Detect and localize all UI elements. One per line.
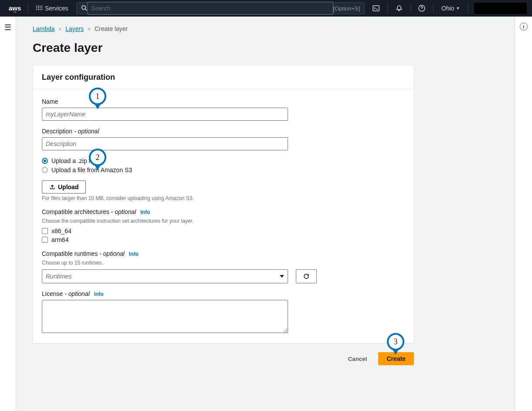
- breadcrumb-layers[interactable]: Layers: [65, 25, 84, 32]
- arch-label: Compatible architectures - optional Info: [42, 208, 405, 215]
- arch-info-link[interactable]: Info: [140, 209, 150, 215]
- name-input[interactable]: [42, 108, 288, 121]
- arch-hint: Choose the compatible instruction set ar…: [42, 218, 405, 224]
- region-selector[interactable]: Ohio ▼: [437, 5, 464, 12]
- radio-icon: [42, 167, 48, 173]
- annotation-bubble-1: 1: [89, 88, 106, 105]
- chevron-right-icon: ›: [88, 25, 90, 32]
- breadcrumb-lambda[interactable]: Lambda: [33, 25, 55, 32]
- svg-rect-2: [373, 6, 379, 11]
- annotation-bubble-2: 2: [89, 149, 106, 166]
- breadcrumb-current: Create layer: [95, 25, 128, 32]
- checkbox-icon: [42, 228, 48, 234]
- runtimes-select[interactable]: Runtimes: [42, 269, 288, 283]
- search-icon: [81, 5, 87, 12]
- layer-config-panel: 1 2 Layer configuration Name Descriptio: [33, 65, 414, 343]
- grid-icon: [35, 5, 42, 12]
- upload-hint: For files larger than 10 MB, consider up…: [42, 195, 405, 201]
- upload-label: Upload: [58, 183, 78, 190]
- annotation-bubble-3: 3: [387, 333, 404, 350]
- divider: [410, 3, 411, 13]
- region-label: Ohio: [441, 5, 454, 12]
- x86-label: x86_64: [51, 228, 71, 234]
- search-input[interactable]: [87, 2, 333, 15]
- checkbox-arm64[interactable]: arm64: [42, 236, 405, 243]
- side-nav-collapsed: ☰: [0, 17, 16, 411]
- divider: [387, 3, 388, 13]
- upload-icon: [49, 184, 55, 190]
- hamburger-icon[interactable]: ☰: [4, 23, 11, 411]
- runtimes-placeholder: Runtimes: [46, 273, 71, 280]
- services-label: Services: [45, 5, 68, 12]
- arm64-label: arm64: [51, 236, 69, 243]
- checkbox-x86[interactable]: x86_64: [42, 228, 405, 234]
- description-input[interactable]: [42, 137, 288, 150]
- services-menu[interactable]: Services: [32, 5, 72, 12]
- search-shortcut: [Option+S]: [333, 5, 360, 12]
- refresh-icon: [303, 273, 310, 280]
- radio-icon: [42, 158, 48, 164]
- cloudshell-icon[interactable]: [368, 5, 384, 12]
- upload-button[interactable]: Upload: [42, 180, 86, 194]
- radio-s3-label: Upload a file from Amazon S3: [51, 166, 132, 173]
- account-menu[interactable]: [474, 3, 527, 14]
- runtimes-info-link[interactable]: Info: [129, 251, 139, 257]
- caret-down-icon: [280, 275, 284, 278]
- footer-actions: 3 Cancel Create: [33, 352, 414, 365]
- svg-point-0: [81, 5, 85, 9]
- chevron-right-icon: ›: [59, 25, 61, 32]
- description-label: Description - optional: [42, 128, 405, 135]
- divider: [468, 3, 468, 13]
- license-info-link[interactable]: Info: [94, 291, 104, 297]
- panel-title: Layer configuration: [42, 73, 405, 82]
- license-textarea[interactable]: [42, 300, 288, 333]
- notifications-icon[interactable]: [391, 5, 407, 12]
- help-icon[interactable]: [414, 5, 430, 12]
- aws-logo[interactable]: aws⌣: [5, 4, 24, 13]
- svg-line-1: [85, 9, 87, 10]
- help-panel-collapsed: i: [515, 17, 532, 411]
- main-content: Lambda › Layers › Create layer Create la…: [16, 17, 515, 411]
- divider: [28, 3, 28, 13]
- license-label: License - optional Info: [42, 290, 405, 297]
- search-box[interactable]: [Option+S]: [76, 2, 365, 14]
- checkbox-icon: [42, 237, 48, 243]
- info-icon[interactable]: i: [520, 23, 528, 31]
- cancel-button[interactable]: Cancel: [340, 353, 375, 365]
- caret-down-icon: ▼: [456, 6, 460, 10]
- refresh-button[interactable]: [296, 269, 317, 283]
- runtimes-hint: Choose up to 15 runtimes.: [42, 260, 405, 266]
- top-nav: aws⌣ Services [Option+S] Ohio ▼: [0, 0, 532, 17]
- breadcrumb: Lambda › Layers › Create layer: [33, 25, 414, 32]
- divider: [433, 3, 434, 13]
- runtimes-label: Compatible runtimes - optional Info: [42, 250, 405, 257]
- page-title: Create layer: [33, 41, 414, 55]
